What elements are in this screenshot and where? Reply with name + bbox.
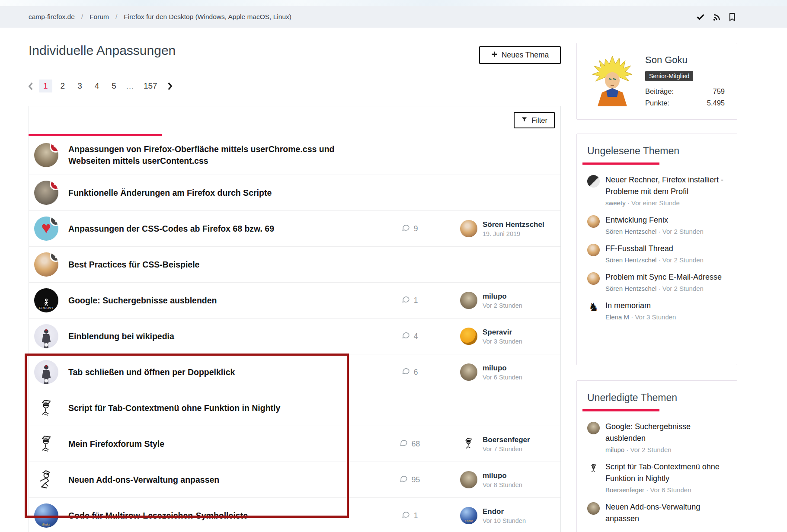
thread-avatar-heartbeat[interactable]: ♥: [34, 217, 58, 241]
last-post-time[interactable]: Vor 10 Stunden: [483, 517, 526, 524]
breadcrumb-item-board[interactable]: Firefox für den Desktop (Windows, Apple …: [124, 13, 291, 21]
new-topic-button[interactable]: Neues Thema: [479, 46, 561, 64]
post-time: Vor 2 Stunden: [662, 228, 704, 235]
thread-title[interactable]: Code für Multirow-Lesezeichen-Symbolleis…: [68, 510, 377, 522]
last-post-time[interactable]: Vor 3 Stunden: [483, 338, 522, 345]
thread-avatar-comic-figure[interactable]: [34, 432, 58, 456]
bookmark-icon[interactable]: [728, 13, 736, 22]
breadcrumb-bar: camp-firefox.de / Forum / Firefox für de…: [0, 6, 787, 28]
last-poster-name[interactable]: milupo: [483, 292, 522, 301]
last-post-time[interactable]: Vor 7 Stunden: [483, 446, 530, 452]
active-tab-underline: [29, 134, 162, 136]
thread-avatar-dark-figure[interactable]: [34, 360, 58, 384]
last-post-time[interactable]: Vor 2 Stunden: [483, 302, 522, 309]
topic-link[interactable]: Google: Suchergebnisse ausblenden: [605, 421, 726, 444]
avatar-bw-cat[interactable]: [587, 175, 600, 188]
last-poster-avatar-wolf[interactable]: [460, 292, 477, 309]
last-post-time[interactable]: Vor 8 Stunden: [483, 481, 522, 488]
thread-avatar-comic-skater[interactable]: [34, 468, 58, 492]
thread-avatar-endor-globe[interactable]: Endor: [34, 503, 58, 528]
avatar[interactable]: [591, 55, 634, 106]
last-post-time[interactable]: Vor 6 Stunden: [483, 374, 522, 381]
rss-feed-icon[interactable]: [712, 13, 721, 22]
page-number-last[interactable]: 157: [139, 80, 162, 92]
thread-avatar-comic-figure[interactable]: [34, 396, 58, 420]
thread-list-panel: Filter Anpassungen von Firefox-Oberfläch…: [29, 106, 561, 532]
page-number[interactable]: 2: [56, 80, 70, 92]
topic-link[interactable]: Entwicklung Fenix: [605, 214, 704, 226]
page-number[interactable]: 5: [107, 80, 121, 92]
breadcrumb-separator: /: [115, 13, 117, 21]
filter-label: Filter: [531, 116, 547, 124]
avatar-orange-cat[interactable]: [587, 215, 600, 228]
thread-title[interactable]: Script für Tab-Contextmenü ohne Funktion…: [68, 402, 377, 414]
thread-title[interactable]: Anpassungen der CSS-Codes ab Firefox 68 …: [68, 223, 377, 235]
comic-figure-icon: [590, 463, 598, 474]
mark-all-read-icon[interactable]: [696, 12, 705, 22]
poster-name[interactable]: Sören Hentzschel: [605, 285, 656, 292]
topic-link[interactable]: FF-Fussball Thread: [605, 243, 704, 255]
stat-label: Beiträge:: [645, 87, 674, 96]
poster-name[interactable]: sweety: [605, 199, 626, 207]
avatar-black-horse-icon[interactable]: ♞: [587, 301, 600, 313]
unresolved-topics-card: Unerledigte Themen Google: Suchergebniss…: [576, 380, 737, 532]
list-item: FF-Fussball Thread Sören Hentzschel · Vo…: [587, 243, 726, 264]
topic-link[interactable]: Script für Tab-Contextmenü ohne Funktion…: [605, 461, 726, 484]
last-poster-avatar-orange-cat[interactable]: [460, 220, 477, 237]
forum-page: camp-firefox.de / Forum / Firefox für de…: [0, 0, 787, 532]
page-number-current[interactable]: 1: [39, 80, 52, 92]
previous-page-chevron-icon[interactable]: [26, 82, 35, 90]
poster-name[interactable]: Sören Hentzschel: [605, 228, 656, 235]
thread-title[interactable]: Funktionelle Änderungen am Firefox durch…: [68, 187, 377, 199]
poster-name[interactable]: Boersenfeger: [605, 486, 644, 494]
page-number[interactable]: 4: [90, 80, 104, 92]
last-poster-avatar-orange-tiger[interactable]: [460, 328, 477, 345]
avatar-orange-cat[interactable]: [587, 244, 600, 256]
speech-bubble-icon: [399, 474, 408, 485]
last-poster-name[interactable]: Speravir: [483, 328, 522, 337]
last-poster-avatar-wolf[interactable]: [460, 363, 477, 381]
last-post-time[interactable]: 19. Juni 2019: [483, 230, 544, 237]
avatar-wolf[interactable]: [587, 502, 600, 515]
poster-name[interactable]: Elena M: [605, 313, 629, 321]
poster-name[interactable]: Sören Hentzschel: [605, 256, 656, 264]
profile-name[interactable]: Son Goku: [645, 54, 688, 66]
last-poster-name[interactable]: milupo: [483, 471, 522, 480]
last-poster-avatar-comic-figure[interactable]: [460, 435, 477, 452]
thread-avatar-kitten[interactable]: [34, 181, 58, 205]
son-goku-avatar: [591, 55, 634, 106]
thread-title[interactable]: Best Practices für CSS-Beispiele: [68, 259, 377, 271]
breadcrumb-item-forum[interactable]: Forum: [90, 13, 109, 21]
thread-avatar-groovy[interactable]: GROOVY: [34, 288, 58, 312]
thread-title[interactable]: Tab schließen und öffnen per Doppelklick: [68, 366, 377, 378]
last-poster-avatar-endor-globe[interactable]: Endor: [460, 507, 477, 524]
meta-separator: ·: [646, 486, 648, 494]
topic-link[interactable]: Neuen Add-ons-Verwaltung anpassen: [605, 501, 726, 525]
topic-link[interactable]: Neuer Rechner, Firefox installiert - Pro…: [605, 174, 726, 198]
last-poster-name[interactable]: milupo: [483, 364, 522, 373]
thread-title[interactable]: Mein Firefoxforum Style: [68, 438, 377, 450]
thread-title[interactable]: Einblendung bei wikipedia: [68, 331, 377, 342]
filter-button[interactable]: Filter: [514, 112, 555, 128]
poster-name[interactable]: milupo: [605, 446, 624, 453]
topic-link[interactable]: In memoriam: [605, 300, 676, 312]
list-item: Script für Tab-Contextmenü ohne Funktion…: [587, 461, 726, 494]
avatar-comic-figure[interactable]: [587, 462, 600, 475]
thread-avatar-orange-cat[interactable]: [34, 252, 58, 277]
thread-title[interactable]: Anpassungen von Firefox-Oberfläche mitte…: [68, 143, 377, 167]
last-poster-name[interactable]: Sören Hentzschel: [483, 220, 544, 229]
last-poster-name[interactable]: Endor: [483, 507, 526, 516]
last-poster-name[interactable]: Boersenfeger: [483, 436, 530, 444]
thread-title[interactable]: Google: Suchergebnisse ausblenden: [68, 295, 377, 306]
thread-avatar-dark-figure[interactable]: [34, 324, 58, 348]
breadcrumb-site-link[interactable]: camp-firefox.de: [29, 13, 75, 21]
last-poster-avatar-wolf[interactable]: [460, 471, 477, 488]
next-page-chevron-icon[interactable]: [166, 82, 175, 90]
avatar-orange-cat[interactable]: [587, 272, 600, 285]
page-number[interactable]: 3: [73, 80, 86, 92]
post-time: Vor 3 Stunden: [635, 313, 676, 321]
thread-title[interactable]: Neuen Add-ons-Verwaltung anpassen: [68, 474, 377, 486]
topic-link[interactable]: Problem mit Sync E-Mail-Adresse: [605, 271, 722, 283]
avatar-wolf[interactable]: [587, 422, 600, 434]
thread-avatar-wolf[interactable]: [34, 143, 58, 167]
